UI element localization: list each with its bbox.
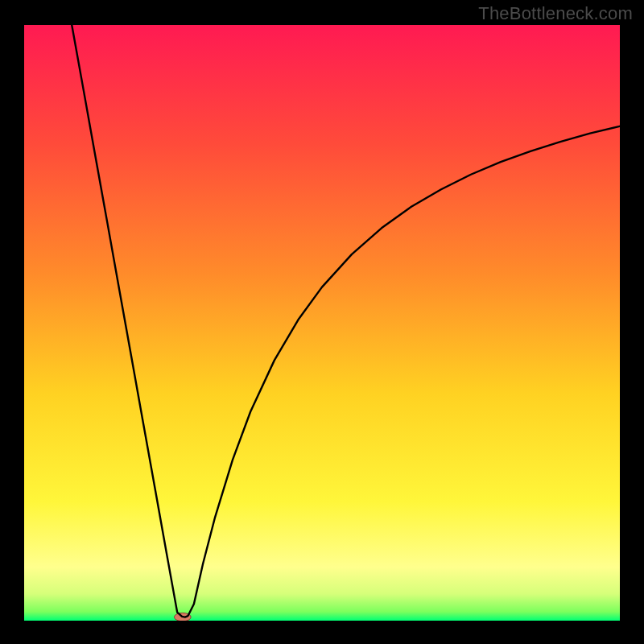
watermark-label: TheBottleneck.com: [478, 3, 633, 24]
plot-area: [24, 25, 620, 621]
chart-frame: TheBottleneck.com: [0, 0, 644, 644]
gradient-background: [24, 25, 620, 621]
plot-svg: [24, 25, 620, 621]
